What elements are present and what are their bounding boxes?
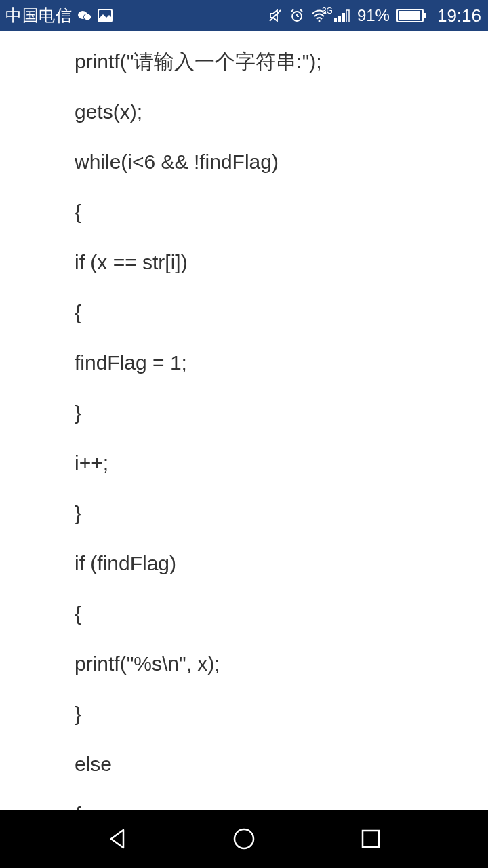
code-line: { bbox=[75, 202, 488, 222]
status-bar: 中国电信 3G 91% 19:16 bbox=[0, 0, 488, 31]
back-button[interactable] bbox=[90, 812, 144, 866]
recent-button[interactable] bbox=[344, 812, 398, 866]
code-line: printf("请输入一个字符串:"); bbox=[75, 52, 488, 72]
code-line: gets(x); bbox=[75, 102, 488, 122]
wechat-icon bbox=[77, 9, 92, 22]
svg-rect-14 bbox=[346, 10, 349, 22]
code-line: } bbox=[75, 403, 488, 423]
network-label: 3G bbox=[322, 6, 333, 16]
clock-label: 19:16 bbox=[437, 5, 481, 26]
image-icon bbox=[98, 9, 113, 22]
svg-rect-11 bbox=[334, 18, 337, 22]
recent-icon bbox=[361, 829, 381, 849]
code-content[interactable]: printf("请输入一个字符串:"); gets(x); while(i<6 … bbox=[0, 31, 488, 810]
code-line: if (findFlag) bbox=[75, 553, 488, 574]
code-line: i++; bbox=[75, 453, 488, 473]
code-line: findFlag = 1; bbox=[75, 353, 488, 373]
code-line: { bbox=[75, 302, 488, 323]
svg-rect-13 bbox=[342, 13, 345, 22]
home-icon bbox=[232, 827, 256, 851]
mute-icon bbox=[268, 8, 283, 23]
alarm-icon bbox=[289, 8, 304, 23]
navigation-bar bbox=[0, 810, 488, 868]
code-line: else bbox=[75, 754, 488, 774]
code-line: { bbox=[75, 604, 488, 624]
svg-rect-17 bbox=[424, 13, 426, 18]
signal-icon: 3G bbox=[334, 9, 350, 22]
battery-icon bbox=[396, 9, 426, 22]
home-button[interactable] bbox=[217, 812, 271, 866]
code-line: } bbox=[75, 503, 488, 524]
svg-point-18 bbox=[235, 829, 253, 848]
svg-point-2 bbox=[84, 14, 91, 20]
carrier-label: 中国电信 bbox=[5, 5, 72, 26]
code-line: printf("%s\n", x); bbox=[75, 654, 488, 674]
code-line: } bbox=[75, 704, 488, 724]
svg-line-8 bbox=[291, 9, 293, 12]
svg-rect-19 bbox=[363, 831, 379, 847]
code-line: { bbox=[75, 804, 488, 810]
code-line: while(i<6 && !findFlag) bbox=[75, 152, 488, 172]
svg-point-10 bbox=[318, 20, 320, 22]
back-icon bbox=[106, 827, 129, 850]
svg-rect-12 bbox=[338, 16, 341, 22]
code-line: if (x == str[i]) bbox=[75, 252, 488, 273]
svg-rect-16 bbox=[399, 11, 420, 20]
svg-line-9 bbox=[300, 9, 302, 12]
battery-percent: 91% bbox=[357, 6, 390, 25]
